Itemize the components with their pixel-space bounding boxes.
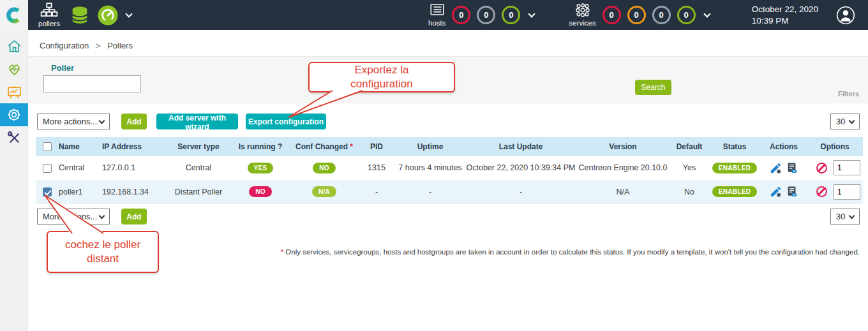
cell-options bbox=[807, 156, 863, 180]
services-icon bbox=[574, 3, 591, 18]
add-button-top[interactable]: Add bbox=[121, 114, 147, 129]
sidebar-item-administration[interactable] bbox=[0, 126, 28, 149]
services-ok-counter[interactable]: 0 bbox=[677, 6, 696, 24]
services-critical-counter[interactable]: 0 bbox=[602, 6, 621, 24]
conf-changed-badge: NO bbox=[313, 163, 336, 173]
poller-name-link[interactable]: Central bbox=[59, 163, 84, 172]
filters-label[interactable]: Filters bbox=[838, 90, 859, 98]
annotation-line: Exportez la bbox=[310, 63, 454, 77]
hosts-up-counter[interactable]: 0 bbox=[502, 6, 520, 24]
centreon-pollers-page: pollers bbox=[0, 0, 868, 331]
hosts-down-counter[interactable]: 0 bbox=[452, 6, 470, 24]
page-size-select-bottom[interactable]: 30 bbox=[830, 209, 860, 224]
search-button[interactable]: Search bbox=[635, 80, 671, 95]
counter-value: 0 bbox=[459, 10, 463, 20]
monitoring-heartbeat-icon bbox=[6, 61, 22, 77]
sidebar bbox=[0, 30, 28, 331]
sidebar-item-configuration[interactable] bbox=[0, 103, 28, 126]
gauge-status[interactable] bbox=[97, 4, 119, 26]
chevron-down-icon bbox=[99, 117, 105, 124]
select-all-header bbox=[36, 137, 59, 156]
clock: October 22, 2020 10:39 PM bbox=[752, 4, 818, 27]
services-menu[interactable]: services bbox=[569, 3, 595, 27]
header-is-running: Is running ? bbox=[231, 137, 290, 156]
toolbar-top: More actions... Add Add server with wiza… bbox=[28, 114, 868, 130]
poller-name-link[interactable]: poller1 bbox=[59, 188, 83, 196]
pollers-label: pollers bbox=[38, 20, 60, 27]
counter-value: 0 bbox=[509, 10, 513, 20]
breadcrumb-pollers[interactable]: Pollers bbox=[107, 41, 133, 50]
edit-poller-icon[interactable] bbox=[770, 186, 782, 198]
top-bar: pollers bbox=[0, 0, 868, 30]
counter-value: 0 bbox=[634, 10, 639, 20]
header-pid: PID bbox=[359, 137, 394, 156]
row-checkbox-checked[interactable] bbox=[43, 188, 52, 196]
hosts-status-group: hosts 0 0 0 bbox=[428, 3, 535, 27]
more-actions-select-bottom[interactable]: More actions... bbox=[37, 209, 110, 224]
more-actions-select-top[interactable]: More actions... bbox=[37, 114, 110, 129]
view-configuration-icon[interactable] bbox=[786, 186, 798, 198]
counter-value: 0 bbox=[659, 10, 664, 20]
cell-actions bbox=[761, 180, 807, 203]
view-configuration-icon[interactable] bbox=[786, 162, 798, 174]
is-running-badge: YES bbox=[248, 163, 274, 173]
cell-default: Yes bbox=[670, 156, 708, 180]
cell-last-update: - bbox=[466, 180, 576, 203]
conf-changed-asterisk: * bbox=[350, 142, 353, 151]
page-size-select-top[interactable]: 30 bbox=[830, 114, 860, 129]
add-button-bottom[interactable]: Add bbox=[121, 209, 147, 224]
breadcrumb-configuration[interactable]: Configuration bbox=[40, 41, 89, 50]
pollers-table: Name IP Address Server type Is running ?… bbox=[36, 137, 863, 204]
centreon-c-icon bbox=[6, 7, 22, 24]
is-running-badge: NO bbox=[249, 186, 272, 197]
user-profile-button[interactable] bbox=[836, 6, 855, 25]
hosts-menu-chevron-icon[interactable] bbox=[528, 10, 535, 17]
cell-is-running: YES bbox=[231, 156, 290, 180]
status-badge: ENABLED bbox=[712, 163, 757, 173]
cell-ip: 192.168.1.34 bbox=[102, 180, 166, 203]
duplicate-count-input[interactable] bbox=[834, 160, 860, 175]
poller-menu-chevron-icon[interactable] bbox=[125, 10, 132, 17]
sidebar-item-monitoring[interactable] bbox=[0, 57, 28, 80]
header-options: Options bbox=[807, 137, 863, 156]
counter-value: 0 bbox=[684, 10, 689, 20]
conf-changed-badge: N/A bbox=[312, 186, 336, 197]
duplicate-count-input[interactable] bbox=[834, 184, 860, 200]
row-checkbox[interactable] bbox=[43, 164, 52, 173]
services-unknown-counter[interactable]: 0 bbox=[652, 6, 671, 24]
counter-value: 0 bbox=[610, 10, 614, 20]
services-menu-chevron-icon[interactable] bbox=[703, 10, 710, 17]
hosts-label: hosts bbox=[428, 19, 446, 27]
home-icon bbox=[6, 38, 22, 54]
header-status: Status bbox=[708, 137, 761, 156]
sidebar-item-home[interactable] bbox=[0, 34, 28, 57]
edit-poller-icon[interactable] bbox=[770, 162, 782, 174]
header-conf-changed: Conf Changed * bbox=[290, 137, 359, 156]
hosts-unreachable-counter[interactable]: 0 bbox=[477, 6, 495, 24]
toolbar-bottom: More actions... Add 30 bbox=[28, 209, 868, 225]
disable-poller-icon[interactable] bbox=[816, 186, 827, 197]
cell-name[interactable]: Central bbox=[59, 156, 102, 180]
poller-search-input[interactable] bbox=[43, 75, 141, 92]
hosts-icon bbox=[429, 3, 445, 18]
header-default: Default bbox=[670, 137, 708, 156]
cell-uptime: 7 hours 4 minutes bbox=[394, 156, 466, 180]
more-actions-label: More actions... bbox=[43, 212, 97, 221]
export-configuration-button[interactable]: Export configuration bbox=[246, 114, 326, 129]
configuration-gear-icon bbox=[6, 107, 22, 123]
cell-server-type: Central bbox=[166, 156, 231, 180]
hosts-menu[interactable]: hosts bbox=[428, 3, 446, 27]
poller-status-menu[interactable]: pollers bbox=[38, 3, 60, 27]
cell-name[interactable]: poller1 bbox=[59, 180, 102, 203]
services-warning-counter[interactable]: 0 bbox=[627, 6, 646, 24]
add-server-wizard-button[interactable]: Add server with wizard bbox=[156, 114, 238, 129]
centreon-logo[interactable] bbox=[0, 0, 28, 30]
breadcrumb-separator: > bbox=[96, 41, 101, 50]
sidebar-item-reporting[interactable] bbox=[0, 80, 28, 103]
header-ip: IP Address bbox=[102, 137, 166, 156]
select-all-checkbox[interactable] bbox=[43, 142, 52, 151]
cell-pid: 1315 bbox=[359, 156, 394, 180]
gauge-icon bbox=[97, 4, 119, 26]
disable-poller-icon[interactable] bbox=[816, 163, 827, 173]
database-status[interactable] bbox=[69, 4, 91, 26]
